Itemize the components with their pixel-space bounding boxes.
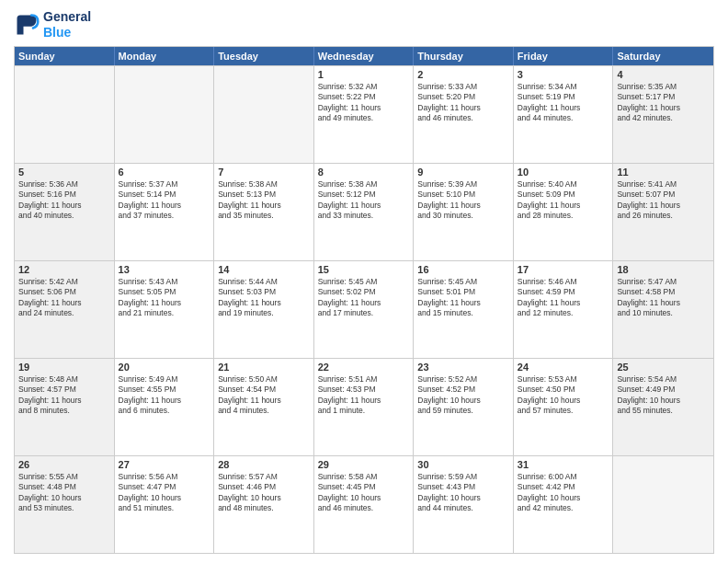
day-number: 28 <box>218 459 310 470</box>
calendar-cell: 6Sunrise: 5:37 AMSunset: 5:14 PMDaylight… <box>115 164 215 260</box>
calendar-cell: 30Sunrise: 5:59 AMSunset: 4:43 PMDayligh… <box>414 456 514 553</box>
cell-text: Sunrise: 5:36 AMSunset: 5:16 PMDaylight:… <box>18 179 110 222</box>
cell-text: Sunrise: 5:42 AMSunset: 5:06 PMDaylight:… <box>18 277 110 319</box>
calendar-cell: 2Sunrise: 5:33 AMSunset: 5:20 PMDaylight… <box>414 66 514 163</box>
calendar-cell: 14Sunrise: 5:44 AMSunset: 5:03 PMDayligh… <box>214 261 314 358</box>
cell-text: Sunrise: 5:39 AMSunset: 5:10 PMDaylight:… <box>417 179 509 222</box>
day-number: 14 <box>218 264 310 275</box>
weekday-header: Saturday <box>613 47 713 65</box>
day-number: 9 <box>417 167 509 178</box>
calendar-cell: 3Sunrise: 5:34 AMSunset: 5:19 PMDaylight… <box>514 66 614 163</box>
header: General Blue <box>14 9 714 40</box>
day-number: 17 <box>518 264 609 275</box>
day-number: 31 <box>518 459 609 470</box>
calendar-row: 1Sunrise: 5:32 AMSunset: 5:22 PMDaylight… <box>15 65 713 163</box>
logo-icon <box>14 12 40 38</box>
logo-text: General Blue <box>43 9 91 40</box>
cell-text: Sunrise: 5:53 AMSunset: 4:50 PMDaylight:… <box>518 374 609 417</box>
day-number: 24 <box>518 362 609 373</box>
day-number: 10 <box>518 167 609 178</box>
cell-text: Sunrise: 5:35 AMSunset: 5:17 PMDaylight:… <box>617 82 710 124</box>
calendar-cell: 16Sunrise: 5:45 AMSunset: 5:01 PMDayligh… <box>414 261 514 358</box>
calendar-row: 26Sunrise: 5:55 AMSunset: 4:48 PMDayligh… <box>15 455 713 553</box>
calendar-cell: 9Sunrise: 5:39 AMSunset: 5:10 PMDaylight… <box>414 164 514 260</box>
cell-text: Sunrise: 5:38 AMSunset: 5:13 PMDaylight:… <box>218 179 310 222</box>
cell-text: Sunrise: 5:33 AMSunset: 5:20 PMDaylight:… <box>417 82 509 124</box>
weekday-header: Wednesday <box>314 47 415 65</box>
cell-text: Sunrise: 5:57 AMSunset: 4:46 PMDaylight:… <box>218 472 310 514</box>
weekday-header: Sunday <box>15 47 115 65</box>
day-number: 1 <box>318 69 410 80</box>
calendar-cell: 12Sunrise: 5:42 AMSunset: 5:06 PMDayligh… <box>15 261 115 358</box>
cell-text: Sunrise: 5:38 AMSunset: 5:12 PMDaylight:… <box>318 179 410 222</box>
cell-text: Sunrise: 5:45 AMSunset: 5:02 PMDaylight:… <box>318 277 410 319</box>
day-number: 16 <box>417 264 509 275</box>
calendar-cell: 13Sunrise: 5:43 AMSunset: 5:05 PMDayligh… <box>115 261 215 358</box>
calendar-cell <box>613 456 713 553</box>
day-number: 20 <box>119 362 210 373</box>
day-number: 2 <box>417 69 509 80</box>
calendar-cell: 24Sunrise: 5:53 AMSunset: 4:50 PMDayligh… <box>514 359 614 455</box>
calendar-cell: 23Sunrise: 5:52 AMSunset: 4:52 PMDayligh… <box>414 359 514 455</box>
cell-text: Sunrise: 6:00 AMSunset: 4:42 PMDaylight:… <box>518 472 609 514</box>
cell-text: Sunrise: 5:51 AMSunset: 4:53 PMDaylight:… <box>318 374 410 417</box>
cell-text: Sunrise: 5:50 AMSunset: 4:54 PMDaylight:… <box>218 374 310 417</box>
cell-text: Sunrise: 5:58 AMSunset: 4:45 PMDaylight:… <box>318 472 410 514</box>
calendar-cell <box>214 66 314 163</box>
cell-text: Sunrise: 5:45 AMSunset: 5:01 PMDaylight:… <box>417 277 509 319</box>
cell-text: Sunrise: 5:59 AMSunset: 4:43 PMDaylight:… <box>417 472 509 514</box>
cell-text: Sunrise: 5:41 AMSunset: 5:07 PMDaylight:… <box>617 179 710 222</box>
day-number: 11 <box>617 167 710 178</box>
calendar-cell: 15Sunrise: 5:45 AMSunset: 5:02 PMDayligh… <box>314 261 415 358</box>
calendar-cell: 19Sunrise: 5:48 AMSunset: 4:57 PMDayligh… <box>15 359 115 455</box>
calendar-cell: 29Sunrise: 5:58 AMSunset: 4:45 PMDayligh… <box>314 456 415 553</box>
calendar-cell: 27Sunrise: 5:56 AMSunset: 4:47 PMDayligh… <box>115 456 215 553</box>
calendar-cell: 26Sunrise: 5:55 AMSunset: 4:48 PMDayligh… <box>15 456 115 553</box>
cell-text: Sunrise: 5:56 AMSunset: 4:47 PMDaylight:… <box>119 472 210 514</box>
weekday-header: Tuesday <box>214 47 314 65</box>
calendar-cell: 1Sunrise: 5:32 AMSunset: 5:22 PMDaylight… <box>314 66 415 163</box>
logo: General Blue <box>14 9 91 40</box>
day-number: 25 <box>617 362 710 373</box>
cell-text: Sunrise: 5:55 AMSunset: 4:48 PMDaylight:… <box>18 472 110 514</box>
day-number: 8 <box>318 167 410 178</box>
day-number: 29 <box>318 459 410 470</box>
calendar-cell: 18Sunrise: 5:47 AMSunset: 4:58 PMDayligh… <box>613 261 713 358</box>
day-number: 30 <box>417 459 509 470</box>
calendar-row: 12Sunrise: 5:42 AMSunset: 5:06 PMDayligh… <box>15 260 713 358</box>
calendar-cell: 4Sunrise: 5:35 AMSunset: 5:17 PMDaylight… <box>613 66 713 163</box>
cell-text: Sunrise: 5:34 AMSunset: 5:19 PMDaylight:… <box>518 82 609 124</box>
calendar-cell: 8Sunrise: 5:38 AMSunset: 5:12 PMDaylight… <box>314 164 415 260</box>
day-number: 13 <box>119 264 210 275</box>
weekday-header: Thursday <box>414 47 514 65</box>
day-number: 5 <box>18 167 110 178</box>
calendar-row: 5Sunrise: 5:36 AMSunset: 5:16 PMDaylight… <box>15 163 713 260</box>
cell-text: Sunrise: 5:54 AMSunset: 4:49 PMDaylight:… <box>617 374 710 417</box>
calendar-cell: 28Sunrise: 5:57 AMSunset: 4:46 PMDayligh… <box>214 456 314 553</box>
calendar-cell <box>115 66 215 163</box>
calendar-cell: 25Sunrise: 5:54 AMSunset: 4:49 PMDayligh… <box>613 359 713 455</box>
cell-text: Sunrise: 5:48 AMSunset: 4:57 PMDaylight:… <box>18 374 110 417</box>
calendar-cell: 11Sunrise: 5:41 AMSunset: 5:07 PMDayligh… <box>613 164 713 260</box>
cell-text: Sunrise: 5:43 AMSunset: 5:05 PMDaylight:… <box>119 277 210 319</box>
day-number: 12 <box>18 264 110 275</box>
calendar-cell: 21Sunrise: 5:50 AMSunset: 4:54 PMDayligh… <box>214 359 314 455</box>
day-number: 19 <box>18 362 110 373</box>
calendar-cell: 17Sunrise: 5:46 AMSunset: 4:59 PMDayligh… <box>514 261 614 358</box>
cell-text: Sunrise: 5:32 AMSunset: 5:22 PMDaylight:… <box>318 82 410 124</box>
day-number: 22 <box>318 362 410 373</box>
cell-text: Sunrise: 5:40 AMSunset: 5:09 PMDaylight:… <box>518 179 609 222</box>
day-number: 3 <box>518 69 609 80</box>
calendar-cell: 7Sunrise: 5:38 AMSunset: 5:13 PMDaylight… <box>214 164 314 260</box>
calendar-cell: 10Sunrise: 5:40 AMSunset: 5:09 PMDayligh… <box>514 164 614 260</box>
day-number: 27 <box>119 459 210 470</box>
calendar-header: SundayMondayTuesdayWednesdayThursdayFrid… <box>15 47 713 65</box>
calendar-cell <box>15 66 115 163</box>
calendar: SundayMondayTuesdayWednesdayThursdayFrid… <box>14 46 714 554</box>
calendar-row: 19Sunrise: 5:48 AMSunset: 4:57 PMDayligh… <box>15 358 713 455</box>
day-number: 4 <box>617 69 710 80</box>
cell-text: Sunrise: 5:52 AMSunset: 4:52 PMDaylight:… <box>417 374 509 417</box>
day-number: 18 <box>617 264 710 275</box>
calendar-body: 1Sunrise: 5:32 AMSunset: 5:22 PMDaylight… <box>15 65 713 553</box>
day-number: 6 <box>119 167 210 178</box>
